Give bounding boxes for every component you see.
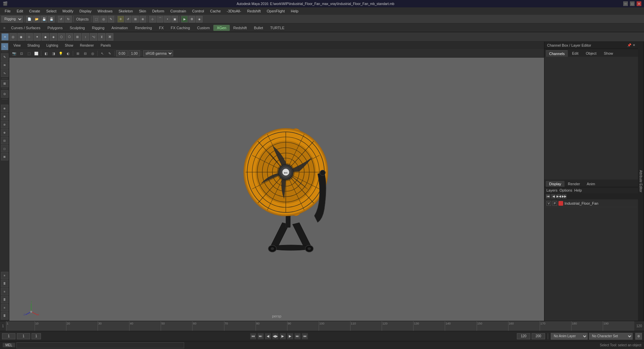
vp-camera-btn[interactable]: 📷 bbox=[11, 50, 17, 57]
smooth-tool-button[interactable]: ∿ bbox=[1, 69, 8, 77]
module-tab-curvessurfaces[interactable]: Curves / Surfaces bbox=[8, 25, 44, 31]
next-key-btn[interactable]: ⏭ bbox=[294, 333, 301, 339]
viewport[interactable]: ViewShadingLightingShowRendererPanels 📷 … bbox=[9, 42, 544, 321]
next-frame-btn[interactable]: ▶ bbox=[287, 333, 293, 339]
icon-group2-btn1[interactable]: ⊗ bbox=[1, 113, 8, 120]
timeline-ruler[interactable]: 1102030405060708090100110120130140150160… bbox=[6, 321, 634, 331]
icon-group2-btn3[interactable]: ⊛ bbox=[1, 129, 8, 136]
maximize-button[interactable]: □ bbox=[630, 1, 635, 6]
sculpt-tool-button[interactable]: ≋ bbox=[1, 61, 8, 69]
layer-playback-btn[interactable]: P bbox=[552, 201, 557, 206]
channel-tab-show[interactable]: Show bbox=[600, 50, 616, 57]
bottom-btn1[interactable]: ≡ bbox=[1, 272, 8, 279]
move-tool-button[interactable]: ✛ bbox=[117, 16, 124, 22]
snap-point-button[interactable]: • bbox=[164, 16, 171, 22]
display-tab-anim[interactable]: Anim bbox=[583, 181, 598, 187]
display-all-button[interactable]: ⊕ bbox=[1, 105, 8, 112]
play-fwd-btn[interactable]: ▶ bbox=[280, 333, 286, 339]
menu-item-openflight[interactable]: OpenFlight bbox=[264, 8, 287, 14]
settings-btn[interactable]: ⚙ bbox=[635, 333, 642, 340]
snap-grid-button[interactable]: ⊹ bbox=[149, 16, 156, 22]
vp-fit-btn[interactable]: ⊡ bbox=[18, 50, 25, 57]
shelf-btn4[interactable]: ⊹ bbox=[25, 33, 33, 41]
vp-value1-input[interactable] bbox=[116, 50, 128, 56]
module-tab-turtle[interactable]: TURTLE bbox=[267, 25, 288, 31]
shelf-btn14[interactable]: ⌘ bbox=[106, 33, 113, 41]
icon-group2-btn6[interactable]: ⊠ bbox=[1, 153, 8, 160]
layer-visibility-btn[interactable]: V bbox=[546, 201, 551, 206]
vp-light-btn[interactable]: 💡 bbox=[57, 50, 64, 57]
scale-tool-button[interactable]: ⊞ bbox=[132, 16, 139, 22]
menu-item-skeleton[interactable]: Skeleton bbox=[116, 8, 136, 14]
panel-pin-btn[interactable]: 📌 bbox=[627, 43, 631, 47]
shelf-btn13[interactable]: ⊻ bbox=[98, 33, 105, 41]
vp-grid-btn[interactable]: ⊞ bbox=[74, 50, 81, 57]
vp-menu-show[interactable]: Show bbox=[63, 43, 75, 48]
layers-tab-options[interactable]: Options bbox=[559, 188, 572, 192]
channel-tab-object[interactable]: Object bbox=[582, 50, 600, 57]
lasso-select-button[interactable]: ◎ bbox=[100, 16, 107, 22]
save-file-button[interactable]: 💾 bbox=[41, 16, 47, 22]
bottom-btn4[interactable]: ≣ bbox=[1, 296, 8, 303]
vp-shadow-btn[interactable]: ◐ bbox=[65, 50, 71, 57]
char-set-select[interactable]: No Character Set bbox=[589, 333, 633, 340]
vp-menu-panels[interactable]: Panels bbox=[99, 43, 113, 48]
layers-tab-layers[interactable]: Layers bbox=[546, 188, 557, 192]
go-start-btn[interactable]: ⏮ bbox=[250, 333, 256, 339]
vp-hud-btn[interactable]: ⊟ bbox=[82, 50, 89, 57]
hypershade-button[interactable]: ◈ bbox=[196, 16, 203, 22]
menu-item-edit[interactable]: Edit bbox=[14, 8, 26, 14]
module-tab-redshift[interactable]: Redshift bbox=[230, 25, 250, 31]
open-file-button[interactable]: 📂 bbox=[33, 16, 40, 22]
rotate-tool-button[interactable]: ↺ bbox=[125, 16, 131, 22]
menu-item-file[interactable]: File bbox=[2, 8, 13, 14]
bottom-btn2[interactable]: ≣ bbox=[1, 280, 8, 287]
shelf-btn2[interactable]: ◎ bbox=[9, 33, 17, 41]
menu-item-skin[interactable]: Skin bbox=[136, 8, 149, 14]
module-tab-bullet[interactable]: Bullet bbox=[251, 25, 267, 31]
layer-ctrl-btn4[interactable]: ▶▶ bbox=[562, 194, 567, 199]
start-frame-input[interactable] bbox=[17, 333, 30, 339]
paint-select-button[interactable]: ✎ bbox=[108, 16, 114, 22]
shelf-btn12[interactable]: ⌥ bbox=[90, 33, 97, 41]
end-frame-display[interactable] bbox=[517, 333, 530, 339]
close-button[interactable]: ✕ bbox=[637, 1, 641, 6]
frame-step-input[interactable] bbox=[32, 333, 41, 339]
menu-item-modify[interactable]: Modify bbox=[60, 8, 76, 14]
range-end-input[interactable] bbox=[532, 333, 545, 339]
select-mode-button[interactable]: ↖ bbox=[1, 43, 8, 50]
shelf-select-btn[interactable]: ✕ bbox=[1, 33, 9, 41]
measure-tool-button[interactable]: ⊙ bbox=[1, 90, 8, 98]
bottom-btn6[interactable]: ≣ bbox=[1, 312, 8, 319]
vp-menu-lighting[interactable]: Lighting bbox=[44, 43, 60, 48]
bottom-btn3[interactable]: ≡ bbox=[1, 288, 8, 295]
icon-group2-btn4[interactable]: ⊡ bbox=[1, 137, 8, 144]
module-bar-settings[interactable]: ≡ bbox=[1, 25, 7, 31]
menu-item-cache[interactable]: Cache bbox=[207, 8, 223, 14]
shelf-btn8[interactable]: ⬡ bbox=[58, 33, 65, 41]
snap-view-button[interactable]: ▣ bbox=[171, 16, 178, 22]
module-tab-polygons[interactable]: Polygons bbox=[44, 25, 66, 31]
vp-smooth-btn[interactable]: ⬜ bbox=[33, 50, 40, 57]
menu-item-select[interactable]: Select bbox=[44, 8, 59, 14]
save-as-button[interactable]: 💾 bbox=[48, 16, 55, 22]
vp-shading2-btn[interactable]: ◨ bbox=[50, 50, 57, 57]
shelf-btn6[interactable]: ◆ bbox=[42, 33, 49, 41]
module-tab-fx[interactable]: FX bbox=[156, 25, 167, 31]
paint-tool-button[interactable]: ✎ bbox=[1, 53, 8, 61]
layer-ctrl-btn3[interactable]: ▶◀ bbox=[556, 194, 561, 199]
redo-button[interactable]: ↻ bbox=[65, 16, 72, 22]
menu-item-control[interactable]: Control bbox=[190, 8, 207, 14]
attribute-editor-tab[interactable]: Attribute Editor bbox=[638, 42, 644, 321]
vp-sel-btn[interactable]: ↖ bbox=[99, 50, 106, 57]
vp-isolate-btn[interactable]: ◎ bbox=[89, 50, 96, 57]
play-back-btn[interactable]: ◀▶ bbox=[272, 333, 278, 339]
module-tab-rigging[interactable]: Rigging bbox=[89, 25, 108, 31]
shelf-btn7[interactable]: ◈ bbox=[50, 33, 57, 41]
new-file-button[interactable]: 📄 bbox=[26, 16, 33, 22]
shelf-btn5[interactable]: ✦ bbox=[34, 33, 41, 41]
menu-item-help[interactable]: Help bbox=[288, 8, 301, 14]
menu-item-deform[interactable]: Deform bbox=[150, 8, 167, 14]
go-end-btn[interactable]: ⏮ bbox=[302, 333, 308, 339]
module-tab-rendering[interactable]: Rendering bbox=[131, 25, 155, 31]
